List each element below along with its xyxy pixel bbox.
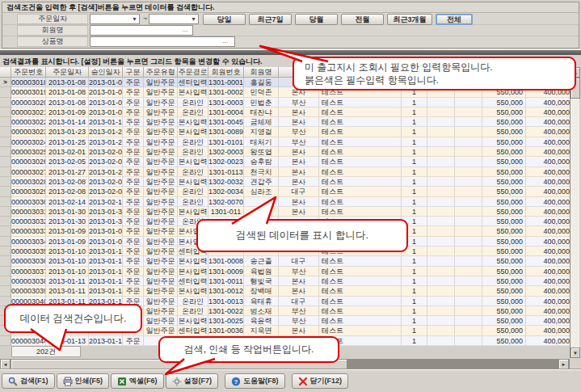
member-name-input[interactable]: [90, 25, 193, 36]
row-indicator: [0, 187, 11, 196]
table-cell: 금체제: [244, 117, 279, 127]
table-row[interactable]: 0000030372013-01-102013-01-10주문일반주문본사입력1…: [0, 267, 570, 276]
row-indicator: [0, 157, 11, 166]
table-cell: 2013-01-10: [89, 247, 123, 256]
order-date-from-select[interactable]: ▼: [90, 14, 140, 24]
table-cell: 본사입력: [178, 157, 208, 166]
table-row[interactable]: 0000030302013-02-142013-02-14주문일반주문온라인13…: [0, 197, 570, 207]
chevron-down-icon[interactable]: ▼: [191, 15, 198, 23]
panel-splitter[interactable]: [0, 49, 581, 55]
table-row[interactable]: 0000030392013-01-112013-01-11주문일반주문본사입력1…: [0, 286, 570, 296]
all-button[interactable]: 전체: [436, 14, 473, 25]
table-cell: 천극치: [244, 167, 279, 177]
table-cell: 000003019: [11, 87, 46, 97]
this-month-button[interactable]: 당월: [295, 14, 338, 25]
settings-button[interactable]: 설정(F7): [166, 373, 219, 389]
table-cell: 1301-0013: [208, 297, 244, 306]
table-row[interactable]: 0000030382013-01-112013-01-11주문일반주문센터입력1…: [0, 276, 570, 286]
column-header[interactable]: 구분: [123, 67, 144, 78]
table-row[interactable]: 0000030282013-02-082013-02-08주문일반주문본사입력1…: [0, 177, 570, 187]
vertical-scrollbar[interactable]: ▲ ▼: [570, 67, 579, 358]
table-cell: 온라인: [178, 107, 208, 117]
table-row[interactable]: 0000030292013-02-082013-02-08주문일반주문온라인13…: [0, 187, 570, 196]
last-7days-button[interactable]: 최근7일: [249, 14, 292, 25]
table-row[interactable]: 0000030222013-01-142013-01-14주문일반주문본사입력1…: [0, 117, 570, 127]
table-cell: 400,000: [526, 137, 570, 147]
table-cell: 2013-01-08: [89, 98, 123, 107]
table-row[interactable]: 0000030262013-02-052013-02-05주문일반주문본사입력1…: [0, 157, 570, 166]
table-cell: 550,000: [482, 157, 526, 166]
scroll-left-button[interactable]: ◄: [0, 359, 11, 369]
table-cell: 2013-01-10: [89, 267, 123, 276]
table-cell: 민덕존: [244, 87, 279, 97]
table-cell: [455, 267, 482, 276]
table-row[interactable]: 0000030242013-01-252013-01-25주문일반주문온라인13…: [0, 137, 570, 147]
last-month-button[interactable]: 전월: [341, 14, 384, 25]
table-cell: 550,000: [482, 207, 526, 217]
order-date-to-select[interactable]: ▼: [149, 14, 199, 24]
table-cell: 주문: [123, 117, 144, 127]
table-cell: 000003029: [11, 187, 46, 196]
table-cell: 주문: [123, 286, 144, 296]
table-row[interactable]: 0000030272013-01-272013-01-27주문일반주문온라인13…: [0, 167, 570, 177]
table-row[interactable]: 0000030212013-01-092013-01-09주문일반주문온라인13…: [0, 107, 570, 117]
table-row[interactable]: 0000030362013-01-102013-01-10주문일반주문본사입력1…: [0, 256, 570, 266]
table-cell: 2013-01-09: [46, 107, 89, 117]
table-cell: 2013-01-10: [46, 247, 89, 256]
product-lookup-ellipsis[interactable]: ...: [222, 36, 229, 44]
print-button[interactable]: 인쇄(F5): [57, 373, 110, 389]
column-header[interactable]: 주문경로: [178, 67, 208, 78]
table-cell: 400,000: [526, 336, 570, 346]
table-cell: 1301-0009: [208, 267, 244, 276]
scroll-down-button[interactable]: ▼: [570, 348, 580, 358]
table-cell: 온라인: [178, 187, 208, 196]
table-cell: [427, 157, 455, 166]
table-cell: 본사: [279, 286, 319, 296]
column-header[interactable]: 회원명: [244, 67, 279, 78]
last-3months-button[interactable]: 최근3개월: [387, 14, 432, 25]
table-cell: 본사입력: [178, 177, 208, 187]
table-cell: 테스트: [319, 197, 402, 207]
column-header[interactable]: 주문일자: [46, 67, 89, 78]
order-search-window: 검색조건을 입력한 후 [검색]버튼을 누르면 데이터를 검색합니다. 주문일자…: [0, 0, 581, 392]
today-button[interactable]: 당일: [203, 14, 246, 25]
column-header[interactable]: 주문번호: [11, 67, 46, 78]
table-cell: 일반주문: [144, 98, 178, 107]
table-cell: 일반주문: [144, 306, 178, 316]
table-cell: 2013-01-14: [89, 117, 123, 127]
help-button[interactable]: ? 도움말(F8): [225, 373, 285, 389]
table-cell: 본사입력: [178, 286, 208, 296]
excel-button[interactable]: 엑셀(F6): [111, 373, 164, 389]
scroll-right-button[interactable]: ►: [558, 359, 569, 369]
table-row[interactable]: 0000030232013-01-232013-01-23주문일반주문본사입력1…: [0, 127, 570, 137]
column-header[interactable]: 주문유형: [144, 67, 178, 78]
table-cell: 550,000: [482, 326, 526, 335]
table-cell: 주문: [123, 107, 144, 117]
table-cell: 본사: [279, 117, 319, 127]
product-name-input[interactable]: [90, 36, 235, 47]
search-button[interactable]: 검색(F1): [2, 373, 55, 389]
close-button[interactable]: 닫기(F12): [292, 373, 349, 389]
table-cell: [455, 107, 482, 117]
excel-button-label: 엑셀(F6): [129, 376, 158, 386]
print-button-label: 인쇄(F5): [75, 376, 103, 386]
table-cell: 온라인: [178, 306, 208, 316]
column-header[interactable]: 회원번호: [208, 67, 244, 78]
chevron-down-icon[interactable]: ▼: [132, 15, 139, 23]
table-row[interactable]: 0000030312013-01-302013-01-30주문일반주문본사입력1…: [0, 207, 570, 217]
table-cell: 테스트: [319, 276, 402, 286]
member-lookup-ellipsis[interactable]: ...: [182, 25, 188, 33]
table-cell: 1: [402, 256, 427, 266]
table-cell: 550,000: [482, 237, 526, 247]
table-cell: 본사: [279, 177, 319, 187]
table-cell: 주문: [123, 187, 144, 196]
table-cell: [427, 336, 455, 346]
callout-action-buttons: 검색, 인쇄 등 작업버튼입니다.: [158, 336, 339, 363]
column-header[interactable]: 승인일자: [89, 67, 123, 78]
table-cell: 400,000: [526, 147, 570, 157]
table-cell: 2013-01-14: [46, 117, 89, 127]
table-cell: [455, 226, 482, 236]
table-row[interactable]: 0000030202013-01-082013-01-08주문일반주문온라인13…: [0, 98, 570, 107]
table-cell: 2013-01-09: [46, 226, 89, 236]
table-row[interactable]: 0000030252013-02-012013-02-01주문일반주문온라인13…: [0, 147, 570, 157]
